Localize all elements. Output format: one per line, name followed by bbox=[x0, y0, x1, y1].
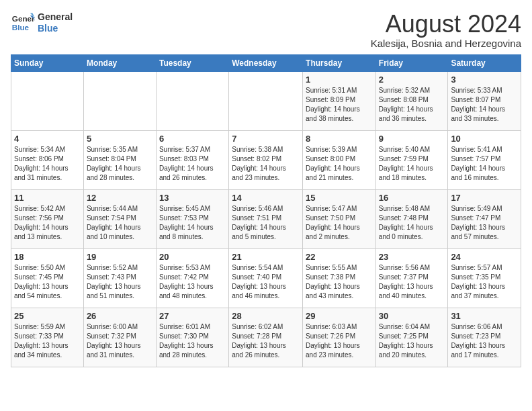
calendar-body: 1Sunrise: 5:31 AM Sunset: 8:09 PM Daylig… bbox=[11, 71, 521, 367]
day-info: Sunrise: 5:44 AM Sunset: 7:54 PM Dayligh… bbox=[87, 204, 153, 242]
day-info: Sunrise: 5:35 AM Sunset: 8:04 PM Dayligh… bbox=[87, 145, 153, 183]
weekday-header: Sunday bbox=[11, 54, 84, 71]
svg-text:Blue: Blue bbox=[12, 23, 30, 32]
calendar-week-row: 1Sunrise: 5:31 AM Sunset: 8:09 PM Daylig… bbox=[11, 71, 521, 130]
day-number: 26 bbox=[87, 311, 153, 321]
day-number: 27 bbox=[159, 311, 226, 321]
day-info: Sunrise: 6:02 AM Sunset: 7:28 PM Dayligh… bbox=[232, 322, 300, 360]
calendar-cell: 10Sunrise: 5:41 AM Sunset: 7:57 PM Dayli… bbox=[448, 130, 521, 189]
calendar-cell bbox=[11, 71, 84, 130]
day-info: Sunrise: 5:38 AM Sunset: 8:02 PM Dayligh… bbox=[232, 145, 300, 183]
title-block: August 2024 Kalesija, Bosnia and Herzego… bbox=[371, 11, 521, 49]
weekday-header: Friday bbox=[375, 54, 448, 71]
day-number: 11 bbox=[14, 193, 81, 203]
calendar-cell: 6Sunrise: 5:37 AM Sunset: 8:03 PM Daylig… bbox=[156, 130, 228, 189]
calendar-week-row: 25Sunrise: 5:59 AM Sunset: 7:33 PM Dayli… bbox=[11, 308, 521, 367]
calendar-title: August 2024 bbox=[371, 11, 521, 38]
calendar-cell: 31Sunrise: 6:06 AM Sunset: 7:23 PM Dayli… bbox=[448, 308, 521, 367]
day-number: 24 bbox=[451, 252, 518, 262]
day-info: Sunrise: 5:41 AM Sunset: 7:57 PM Dayligh… bbox=[451, 145, 518, 183]
calendar-cell bbox=[229, 71, 303, 130]
day-info: Sunrise: 5:37 AM Sunset: 8:03 PM Dayligh… bbox=[159, 145, 226, 183]
calendar-cell: 17Sunrise: 5:49 AM Sunset: 7:47 PM Dayli… bbox=[448, 189, 521, 248]
calendar-cell: 30Sunrise: 6:04 AM Sunset: 7:25 PM Dayli… bbox=[375, 308, 448, 367]
day-number: 25 bbox=[14, 311, 81, 321]
day-number: 7 bbox=[232, 134, 300, 144]
calendar-header: SundayMondayTuesdayWednesdayThursdayFrid… bbox=[11, 54, 521, 71]
svg-text:General: General bbox=[12, 14, 35, 23]
day-info: Sunrise: 5:39 AM Sunset: 8:00 PM Dayligh… bbox=[306, 145, 373, 183]
calendar-cell bbox=[156, 71, 228, 130]
calendar-week-row: 18Sunrise: 5:50 AM Sunset: 7:45 PM Dayli… bbox=[11, 248, 521, 308]
calendar-subtitle: Kalesija, Bosnia and Herzegovina bbox=[371, 38, 521, 49]
calendar-cell: 4Sunrise: 5:34 AM Sunset: 8:06 PM Daylig… bbox=[11, 130, 84, 189]
calendar-cell: 11Sunrise: 5:42 AM Sunset: 7:56 PM Dayli… bbox=[11, 189, 84, 248]
day-info: Sunrise: 6:00 AM Sunset: 7:32 PM Dayligh… bbox=[87, 322, 153, 360]
day-info: Sunrise: 5:55 AM Sunset: 7:38 PM Dayligh… bbox=[306, 263, 373, 301]
weekday-row: SundayMondayTuesdayWednesdayThursdayFrid… bbox=[11, 54, 521, 71]
day-info: Sunrise: 6:06 AM Sunset: 7:23 PM Dayligh… bbox=[451, 322, 518, 360]
day-info: Sunrise: 5:47 AM Sunset: 7:50 PM Dayligh… bbox=[306, 204, 373, 242]
day-number: 3 bbox=[451, 75, 518, 85]
day-info: Sunrise: 5:42 AM Sunset: 7:56 PM Dayligh… bbox=[14, 204, 81, 242]
calendar-cell: 28Sunrise: 6:02 AM Sunset: 7:28 PM Dayli… bbox=[229, 308, 303, 367]
calendar-cell: 27Sunrise: 6:01 AM Sunset: 7:30 PM Dayli… bbox=[156, 308, 228, 367]
weekday-header: Monday bbox=[83, 54, 156, 71]
day-info: Sunrise: 5:45 AM Sunset: 7:53 PM Dayligh… bbox=[159, 204, 226, 242]
day-number: 14 bbox=[232, 193, 300, 203]
calendar-cell: 8Sunrise: 5:39 AM Sunset: 8:00 PM Daylig… bbox=[303, 130, 376, 189]
day-info: Sunrise: 5:52 AM Sunset: 7:43 PM Dayligh… bbox=[87, 263, 153, 301]
calendar-cell: 9Sunrise: 5:40 AM Sunset: 7:59 PM Daylig… bbox=[375, 130, 448, 189]
logo-blue: Blue bbox=[38, 23, 73, 34]
logo-general: General bbox=[38, 11, 73, 23]
day-info: Sunrise: 5:54 AM Sunset: 7:40 PM Dayligh… bbox=[232, 263, 300, 301]
calendar-cell: 23Sunrise: 5:56 AM Sunset: 7:37 PM Dayli… bbox=[375, 248, 448, 308]
calendar-cell: 26Sunrise: 6:00 AM Sunset: 7:32 PM Dayli… bbox=[83, 308, 156, 367]
calendar-cell: 21Sunrise: 5:54 AM Sunset: 7:40 PM Dayli… bbox=[229, 248, 303, 308]
day-info: Sunrise: 5:56 AM Sunset: 7:37 PM Dayligh… bbox=[379, 263, 445, 301]
calendar-cell: 19Sunrise: 5:52 AM Sunset: 7:43 PM Dayli… bbox=[83, 248, 156, 308]
calendar-cell: 1Sunrise: 5:31 AM Sunset: 8:09 PM Daylig… bbox=[303, 71, 376, 130]
day-number: 10 bbox=[451, 134, 518, 144]
day-number: 29 bbox=[306, 311, 373, 321]
day-number: 4 bbox=[14, 134, 81, 144]
day-number: 20 bbox=[159, 252, 226, 262]
day-info: Sunrise: 5:33 AM Sunset: 8:07 PM Dayligh… bbox=[451, 86, 518, 124]
day-info: Sunrise: 5:32 AM Sunset: 8:08 PM Dayligh… bbox=[379, 86, 445, 124]
day-number: 8 bbox=[306, 134, 373, 144]
calendar-cell: 15Sunrise: 5:47 AM Sunset: 7:50 PM Dayli… bbox=[303, 189, 376, 248]
calendar-cell: 16Sunrise: 5:48 AM Sunset: 7:48 PM Dayli… bbox=[375, 189, 448, 248]
day-number: 22 bbox=[306, 252, 373, 262]
day-number: 21 bbox=[232, 252, 300, 262]
logo: General Blue General Blue bbox=[11, 11, 73, 35]
day-info: Sunrise: 5:57 AM Sunset: 7:35 PM Dayligh… bbox=[451, 263, 518, 301]
calendar-cell: 13Sunrise: 5:45 AM Sunset: 7:53 PM Dayli… bbox=[156, 189, 228, 248]
calendar-cell: 12Sunrise: 5:44 AM Sunset: 7:54 PM Dayli… bbox=[83, 189, 156, 248]
calendar-cell: 2Sunrise: 5:32 AM Sunset: 8:08 PM Daylig… bbox=[375, 71, 448, 130]
calendar-cell: 3Sunrise: 5:33 AM Sunset: 8:07 PM Daylig… bbox=[448, 71, 521, 130]
calendar-cell: 20Sunrise: 5:53 AM Sunset: 7:42 PM Dayli… bbox=[156, 248, 228, 308]
calendar-cell: 25Sunrise: 5:59 AM Sunset: 7:33 PM Dayli… bbox=[11, 308, 84, 367]
calendar-cell: 24Sunrise: 5:57 AM Sunset: 7:35 PM Dayli… bbox=[448, 248, 521, 308]
day-number: 30 bbox=[379, 311, 445, 321]
day-number: 31 bbox=[451, 311, 518, 321]
calendar-cell: 18Sunrise: 5:50 AM Sunset: 7:45 PM Dayli… bbox=[11, 248, 84, 308]
day-number: 6 bbox=[159, 134, 226, 144]
day-info: Sunrise: 5:48 AM Sunset: 7:48 PM Dayligh… bbox=[379, 204, 445, 242]
day-number: 13 bbox=[159, 193, 226, 203]
day-number: 15 bbox=[306, 193, 373, 203]
day-info: Sunrise: 5:46 AM Sunset: 7:51 PM Dayligh… bbox=[232, 204, 300, 242]
weekday-header: Saturday bbox=[448, 54, 521, 71]
day-number: 5 bbox=[87, 134, 153, 144]
day-number: 17 bbox=[451, 193, 518, 203]
calendar-cell: 5Sunrise: 5:35 AM Sunset: 8:04 PM Daylig… bbox=[83, 130, 156, 189]
day-number: 19 bbox=[87, 252, 153, 262]
day-number: 2 bbox=[379, 75, 445, 85]
day-number: 12 bbox=[87, 193, 153, 203]
day-info: Sunrise: 5:40 AM Sunset: 7:59 PM Dayligh… bbox=[379, 145, 445, 183]
weekday-header: Wednesday bbox=[229, 54, 303, 71]
calendar-cell: 7Sunrise: 5:38 AM Sunset: 8:02 PM Daylig… bbox=[229, 130, 303, 189]
calendar-week-row: 4Sunrise: 5:34 AM Sunset: 8:06 PM Daylig… bbox=[11, 130, 521, 189]
day-number: 18 bbox=[14, 252, 81, 262]
day-info: Sunrise: 5:59 AM Sunset: 7:33 PM Dayligh… bbox=[14, 322, 81, 360]
